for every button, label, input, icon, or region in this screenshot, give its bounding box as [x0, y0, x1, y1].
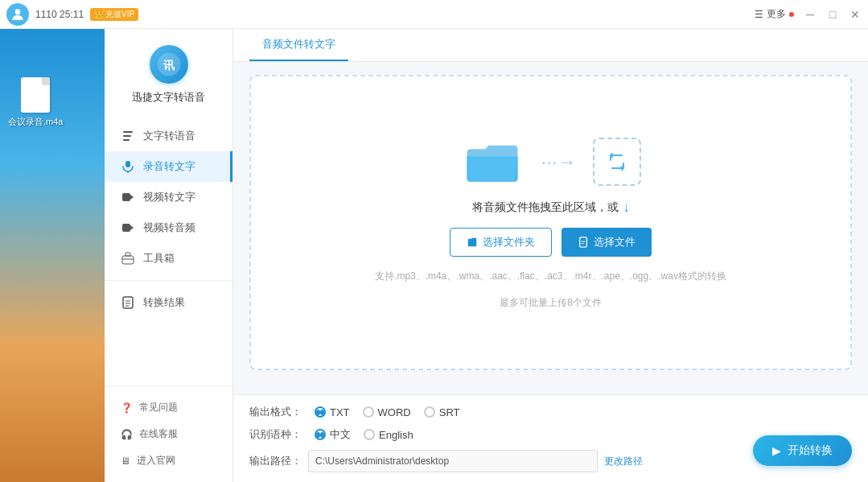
- download-icon: ↓: [623, 200, 630, 215]
- folder-btn-label: 选择文件夹: [483, 235, 535, 249]
- support-label: 在线客服: [139, 427, 178, 441]
- desktop-file[interactable]: 会议录音.m4a: [8, 77, 63, 128]
- start-btn-label: 开始转换: [788, 443, 833, 458]
- format-label: 输出格式：: [249, 405, 302, 419]
- vip-icon: 👑: [94, 10, 104, 19]
- format-options: TXT WORD SRT: [315, 406, 460, 418]
- folder-btn-icon: [467, 237, 478, 248]
- minimize-button[interactable]: ─: [804, 8, 817, 21]
- text-icon: [121, 129, 135, 143]
- change-path-link[interactable]: 更改路径: [604, 455, 643, 468]
- sidebar-item-label: 文字转语音: [143, 129, 195, 143]
- txt-label: TXT: [330, 406, 350, 418]
- sidebar-divider: [105, 280, 232, 281]
- avatar: [6, 3, 29, 26]
- lang-options: 中文 English: [315, 427, 413, 442]
- radio-english: [364, 429, 375, 440]
- lang-label: 识别语种：: [249, 427, 302, 442]
- main-wrapper: 音频文件转文字: [233, 29, 868, 482]
- radio-txt: [315, 406, 326, 418]
- svg-marker-9: [130, 195, 134, 200]
- svg-marker-11: [130, 225, 134, 230]
- svg-rect-4: [123, 135, 131, 137]
- sidebar-item-label: 视频转音频: [143, 220, 195, 235]
- path-label: 输出路径：: [249, 454, 302, 468]
- radio-srt: [424, 406, 435, 418]
- play-icon: ▶: [772, 444, 781, 457]
- sidebar: 讯 迅捷文字转语音 文字转语音: [105, 29, 233, 482]
- sidebar-item-website[interactable]: 🖥 进入官网: [105, 447, 232, 474]
- path-input[interactable]: [308, 450, 598, 472]
- chinese-label: 中文: [330, 427, 351, 442]
- content-area: ···→ 将音频文件拖拽至此区域，或: [233, 62, 868, 394]
- sidebar-item-text-to-speech[interactable]: 文字转语音: [105, 121, 232, 151]
- drop-zone[interactable]: ···→ 将音频文件拖拽至此区域，或: [249, 75, 852, 370]
- sidebar-item-video-to-text[interactable]: 视频转文字: [105, 182, 232, 212]
- svg-rect-19: [580, 237, 587, 247]
- faq-icon: ❓: [121, 402, 133, 414]
- word-label: WORD: [378, 406, 411, 418]
- file-btn-icon: [578, 237, 589, 248]
- format-option-txt[interactable]: TXT: [315, 406, 350, 418]
- main-content: 音频文件转文字: [233, 29, 868, 482]
- sidebar-item-video-to-audio[interactable]: 视频转音频: [105, 212, 232, 243]
- svg-rect-6: [125, 161, 130, 167]
- app-body: 会议录音.m4a 讯 迅捷文字转语音: [0, 29, 868, 482]
- user-info: 1110 25:11: [35, 9, 84, 20]
- tab-audio-to-text[interactable]: 音频文件转文字: [249, 29, 348, 61]
- website-label: 进入官网: [137, 454, 175, 468]
- titlebar: 1110 25:11 👑 充值VIP ☰ 更多 ─ □ ✕: [0, 0, 868, 29]
- svg-rect-5: [123, 139, 130, 141]
- start-convert-button[interactable]: ▶ 开始转换: [753, 435, 852, 466]
- tab-bar: 音频文件转文字: [233, 29, 868, 62]
- sidebar-item-label: 录音转文字: [143, 159, 195, 174]
- faq-label: 常见问题: [139, 401, 178, 414]
- convert-icon-wrap: [593, 138, 641, 186]
- website-icon: 🖥: [121, 455, 130, 467]
- notification-dot: [789, 12, 794, 17]
- sidebar-item-toolbox[interactable]: 工具箱: [105, 243, 232, 274]
- brand-logo: 讯: [150, 45, 188, 84]
- sidebar-nav: 文字转语音 录音转文字: [105, 121, 232, 385]
- sidebar-brand: 讯 迅捷文字转语音: [105, 37, 232, 121]
- format-option-word[interactable]: WORD: [363, 406, 411, 418]
- file-icon: [21, 77, 50, 113]
- desktop-background: 会议录音.m4a: [0, 29, 105, 482]
- drop-zone-icons: ···→: [460, 135, 640, 187]
- more-menu[interactable]: ☰ 更多: [755, 7, 794, 21]
- support-icon: 🎧: [121, 429, 133, 440]
- drop-buttons: 选择文件夹 选择文件: [450, 228, 652, 257]
- close-button[interactable]: ✕: [849, 8, 862, 21]
- file-label: 会议录音.m4a: [8, 116, 63, 128]
- sidebar-item-recording-to-text[interactable]: 录音转文字: [105, 151, 232, 182]
- lang-option-english[interactable]: English: [364, 429, 413, 441]
- titlebar-controls: ☰ 更多 ─ □ ✕: [755, 7, 862, 21]
- sidebar-item-faq[interactable]: ❓ 常见问题: [105, 394, 232, 421]
- select-folder-button[interactable]: 选择文件夹: [450, 228, 552, 257]
- format-row: 输出格式： TXT WORD SRT: [249, 405, 852, 419]
- titlebar-left: 1110 25:11 👑 充值VIP: [0, 3, 138, 26]
- vip-badge[interactable]: 👑 充值VIP: [90, 8, 138, 21]
- lang-option-chinese[interactable]: 中文: [315, 427, 351, 442]
- svg-rect-10: [122, 224, 130, 232]
- folder-icon-wrap: [460, 135, 525, 187]
- select-file-button[interactable]: 选择文件: [562, 228, 652, 257]
- format-option-srt[interactable]: SRT: [424, 406, 460, 418]
- svg-rect-12: [125, 253, 130, 256]
- sidebar-item-support[interactable]: 🎧 在线客服: [105, 421, 232, 447]
- english-label: English: [379, 429, 413, 441]
- result-label: 转换结果: [143, 295, 185, 310]
- svg-text:讯: 讯: [163, 59, 175, 72]
- maximize-button[interactable]: □: [826, 8, 839, 21]
- vip-label: 充值VIP: [105, 9, 134, 20]
- drop-hint: 将音频文件拖拽至此区域，或 ↓: [472, 200, 630, 215]
- file-btn-label: 选择文件: [594, 235, 636, 249]
- more-label: 更多: [767, 7, 786, 21]
- result-icon: [121, 295, 135, 310]
- brand-title: 迅捷文字转语音: [132, 90, 205, 105]
- sidebar-item-result[interactable]: 转换结果: [105, 287, 232, 318]
- sidebar-bottom: ❓ 常见问题 🎧 在线客服 🖥 进入官网: [105, 385, 232, 482]
- svg-rect-13: [122, 256, 134, 264]
- sidebar-item-label: 视频转文字: [143, 190, 195, 204]
- radio-chinese: [315, 429, 326, 440]
